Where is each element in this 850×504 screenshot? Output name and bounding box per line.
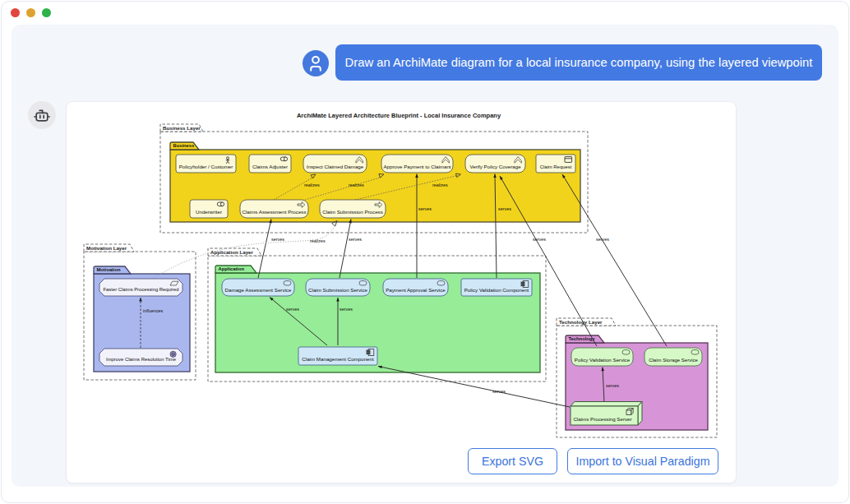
svg-text:Claim Storage Service: Claim Storage Service [649,358,698,363]
svg-text:Payment Approval Service: Payment Approval Service [386,287,446,293]
svg-text:realizes: realizes [432,183,448,187]
svg-text:serves: serves [418,206,432,211]
svg-text:Underwriter: Underwriter [196,209,222,215]
svg-text:Improve Claims Resolution Time: Improve Claims Resolution Time [106,357,177,362]
svg-text:serves: serves [286,307,299,312]
svg-text:Claims Assessment Process: Claims Assessment Process [242,209,306,215]
svg-text:serves: serves [606,383,619,388]
svg-text:Policy Validation Service: Policy Validation Service [575,357,631,363]
svg-text:Business Layer: Business Layer [163,125,201,131]
svg-text:Faster Claims Processing Requi: Faster Claims Processing Required [104,287,179,292]
svg-text:serves: serves [492,389,506,394]
svg-text:Inspect Claimed Damage: Inspect Claimed Damage [307,164,364,169]
svg-text:Claim Submission Process: Claim Submission Process [322,209,383,215]
svg-text:serves: serves [533,237,546,242]
svg-text:Verify Policy Coverage: Verify Policy Coverage [469,164,521,169]
svg-text:Motivation: Motivation [97,267,121,272]
svg-text:serves: serves [340,307,353,312]
svg-text:Claim Management Component: Claim Management Component [302,356,374,362]
svg-text:influences: influences [143,308,164,313]
svg-text:Approve Payment to Claimant: Approve Payment to Claimant [383,164,450,169]
svg-text:Claim Submission Service: Claim Submission Service [308,287,367,293]
svg-text:Business: Business [173,143,195,148]
svg-text:realizes: realizes [310,238,326,243]
svg-text:Technology Layer: Technology Layer [559,319,603,325]
svg-text:realizes: realizes [304,183,320,187]
svg-text:serves: serves [596,237,609,242]
svg-text:Claims Processing Server: Claims Processing Server [573,416,631,422]
svg-text:Motivation Layer: Motivation Layer [86,245,127,251]
svg-text:Application: Application [219,266,245,271]
svg-text:Claim Request: Claim Request [540,164,572,169]
svg-text:realizes: realizes [349,183,364,187]
svg-text:Claims Adjuster: Claims Adjuster [252,164,288,169]
svg-text:Policy Validation Component: Policy Validation Component [464,287,529,293]
svg-text:Policyholder / Customer: Policyholder / Customer [179,164,233,169]
svg-text:serves: serves [498,206,511,211]
svg-text:Damage Assessment Service: Damage Assessment Service [225,287,292,293]
svg-text:serves: serves [349,237,362,242]
svg-text:serves: serves [271,237,284,242]
svg-text:ArchiMate Layered Architecture: ArchiMate Layered Architecture Blueprint… [297,112,501,119]
svg-text:Application Layer: Application Layer [210,249,254,255]
